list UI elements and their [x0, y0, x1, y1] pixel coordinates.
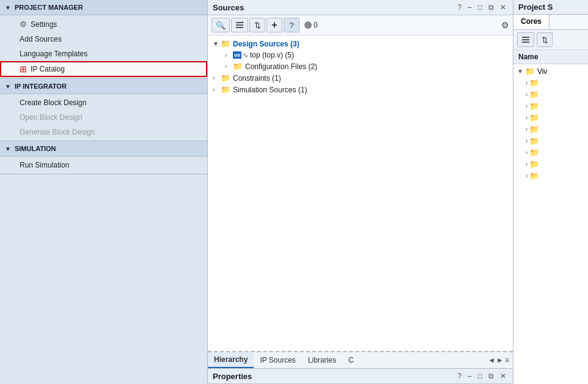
tree-item-simulation-sources[interactable]: › 📁 Simulation Sources (1) — [208, 84, 513, 95]
right-tree-item-4[interactable]: › 📁 — [513, 112, 588, 124]
name-column-header: Name — [518, 53, 538, 61]
sidebar-item-settings[interactable]: ⚙ Settings — [0, 17, 207, 32]
tree-item-config-files[interactable]: › 📁 Configuration Files (2) — [208, 61, 513, 72]
folder-icon-sub4: 📁 — [529, 113, 539, 122]
svg-rect-4 — [522, 37, 529, 38]
right-sort-btn[interactable]: ⇅ — [537, 32, 553, 47]
help-button[interactable]: ? — [284, 18, 300, 32]
section-ip-integrator[interactable]: ▼ IP INTEGRATOR — [0, 79, 207, 94]
right-tree-item-5[interactable]: › 📁 — [513, 124, 588, 135]
chevron-viv: ▼ — [517, 68, 523, 75]
folder-icon-sub9: 📁 — [529, 171, 539, 180]
chevron-sub3: › — [526, 103, 527, 109]
right-tree-item-viv[interactable]: ▼ 📁 Viv — [513, 65, 588, 77]
right-tree-item-3[interactable]: › 📁 — [513, 100, 588, 112]
sidebar-item-generate-block-design[interactable]: Generate Block Design — [0, 125, 207, 139]
tab-nav-right[interactable]: ► — [496, 356, 504, 364]
properties-minimize-icon[interactable]: – — [466, 371, 474, 381]
right-tree-item-8[interactable]: › 📁 — [513, 158, 588, 170]
status-dot — [304, 21, 312, 29]
properties-close-icon[interactable]: ✕ — [498, 371, 508, 381]
folder-icon-sub1: 📁 — [529, 78, 539, 87]
section-simulation[interactable]: ▼ SIMULATION — [0, 141, 207, 157]
add-button[interactable]: + — [266, 18, 282, 32]
sources-tabs: Hierarchy IP Sources Libraries C ◄ ► ≡ — [208, 351, 513, 368]
svg-rect-5 — [522, 39, 529, 40]
tab-hierarchy[interactable]: Hierarchy — [208, 352, 254, 368]
folder-icon-viv: 📁 — [525, 67, 535, 76]
folder-icon-sub7: 📁 — [529, 148, 539, 157]
folder-icon-sub6: 📁 — [529, 136, 539, 146]
tree-label-sim-sources: Simulation Sources (1) — [233, 86, 307, 94]
tree-item-design-sources[interactable]: ▼ 📁 Design Sources (3) — [208, 38, 513, 50]
sources-restore-icon[interactable]: ⧉ — [487, 2, 496, 12]
chevron-sub6: › — [526, 138, 527, 144]
right-panel: Project S Cores ⇅ Name ▼ 📁 Viv › 📁 › 📁 › — [513, 0, 588, 384]
right-tree-item-1[interactable]: › 📁 — [513, 77, 588, 89]
right-tree-item-9[interactable]: › 📁 — [513, 170, 588, 182]
chevron-sub9: › — [526, 172, 527, 179]
tree-label-constraints: Constraints (1) — [233, 74, 281, 83]
sources-minimize-icon[interactable]: – — [466, 2, 474, 12]
folder-icon-design: 📁 — [221, 39, 230, 48]
folder-icon-sub3: 📁 — [529, 102, 539, 111]
folder-icon-sub5: 📁 — [529, 125, 539, 134]
search-button[interactable]: 🔍 — [211, 18, 230, 32]
tab-compile-order[interactable]: C — [342, 353, 360, 367]
chevron-sub8: › — [526, 161, 527, 168]
sources-toolbar: 🔍 ⇅ + ? 0 ⚙ — [208, 15, 513, 35]
section-label-2: IP INTEGRATOR — [15, 83, 67, 90]
chevron-down-icon: ▼ — [5, 4, 11, 11]
tab-libraries[interactable]: Libraries — [302, 353, 342, 367]
properties-panel: Properties ? – □ ⧉ ✕ — [208, 368, 513, 384]
properties-restore-icon[interactable]: ⧉ — [487, 371, 496, 381]
sources-help-icon[interactable]: ? — [455, 2, 463, 12]
sidebar-item-create-block-design[interactable]: Create Block Design — [0, 95, 207, 110]
section-label-3: SIMULATION — [15, 145, 56, 152]
left-panel: ▼ PROJECT MANAGER ⚙ Settings Add Sources… — [0, 0, 208, 384]
tab-ip-sources[interactable]: IP Sources — [254, 353, 301, 367]
sources-panel: Sources ? – □ ⧉ ✕ 🔍 ⇅ + ? 0 ⚙ ▼ 📁 Design… — [208, 0, 513, 384]
section-project-manager[interactable]: ▼ PROJECT MANAGER — [0, 0, 207, 15]
sources-titlebar: Sources ? – □ ⧉ ✕ — [208, 0, 513, 15]
sources-close-icon[interactable]: ✕ — [498, 2, 508, 12]
properties-titlebar: Properties ? – □ ⧉ ✕ — [208, 369, 513, 384]
chevron-sub2: › — [526, 91, 527, 98]
svg-rect-2 — [236, 27, 243, 28]
tree-label-viv: Viv — [537, 67, 547, 76]
right-table-header: Name — [513, 50, 588, 64]
right-subtabs: Cores — [513, 15, 588, 30]
sidebar-item-add-sources[interactable]: Add Sources — [0, 32, 207, 46]
chevron-sub4: › — [526, 114, 527, 121]
sidebar-item-open-block-design[interactable]: Open Block Design — [0, 110, 207, 125]
sort-button[interactable]: ⇅ — [249, 18, 265, 32]
chevron-design-sources: ▼ — [213, 40, 219, 47]
properties-maximize-icon[interactable]: □ — [476, 371, 484, 381]
sources-maximize-icon[interactable]: □ — [476, 2, 484, 12]
right-collapse-btn[interactable] — [517, 32, 534, 47]
gear-icon: ⚙ — [20, 20, 27, 29]
tabs-navigation: ◄ ► ≡ — [488, 356, 513, 364]
tab-nav-left[interactable]: ◄ — [488, 356, 495, 364]
properties-help-icon[interactable]: ? — [455, 371, 463, 381]
sources-gear-icon[interactable]: ⚙ — [501, 20, 509, 30]
sidebar-item-ip-catalog[interactable]: ⊞ IP Catalog — [0, 61, 207, 77]
tree-item-top[interactable]: › ve ∿ top (top.v) (5) — [208, 50, 513, 61]
ip-integrator-items: Create Block Design Open Block Design Ge… — [0, 94, 207, 141]
verilog-icon: ve — [233, 51, 241, 59]
right-tree-item-6[interactable]: › 📁 — [513, 135, 588, 147]
tab-menu-icon[interactable]: ≡ — [505, 356, 509, 364]
chevron-down-icon-3: ▼ — [5, 146, 11, 152]
right-tree-item-7[interactable]: › 📁 — [513, 147, 588, 158]
ip-catalog-icon: ⊞ — [20, 64, 27, 74]
sidebar-item-run-simulation[interactable]: Run Simulation — [0, 158, 207, 172]
collapse-button[interactable] — [231, 18, 248, 32]
badge-count: 0 — [314, 21, 318, 29]
right-tab-cores[interactable]: Cores — [513, 15, 549, 29]
tree-item-constraints[interactable]: › 📁 Constraints (1) — [208, 72, 513, 84]
chevron-constraints: › — [213, 75, 219, 81]
simulation-items: Run Simulation — [0, 157, 207, 174]
chevron-sim-sources: › — [213, 86, 219, 93]
right-tree-item-2[interactable]: › 📁 — [513, 89, 588, 100]
sidebar-item-language-templates[interactable]: Language Templates — [0, 46, 207, 61]
